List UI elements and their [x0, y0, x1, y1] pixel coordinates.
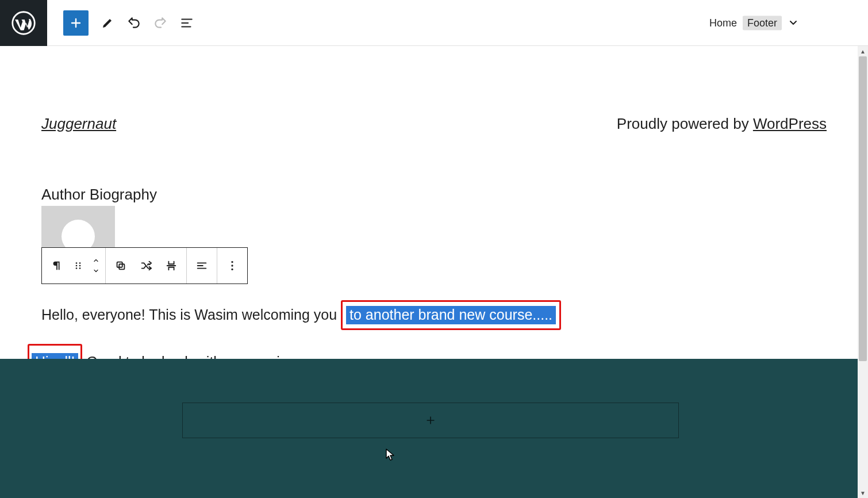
plus-icon — [69, 16, 83, 30]
bio-paragraph-1[interactable]: Hello, everyone! This is Wasim welcoming… — [41, 300, 827, 330]
site-title-link[interactable]: Juggernaut — [41, 115, 116, 133]
more-options-button[interactable] — [220, 252, 245, 279]
undo-button[interactable] — [126, 16, 141, 30]
shuffle-icon — [140, 259, 152, 272]
block-align-group — [187, 248, 217, 284]
scroll-up-button[interactable]: ▲ — [858, 46, 868, 56]
move-up-button[interactable] — [91, 255, 101, 266]
block-toolbar — [41, 247, 248, 284]
breadcrumb-home[interactable]: Home — [709, 17, 737, 29]
edit-tool-button[interactable] — [100, 16, 115, 30]
duplicate-button[interactable] — [108, 252, 133, 279]
svg-point-11 — [231, 269, 233, 270]
powered-prefix: Proudly powered by — [617, 115, 753, 132]
pencil-icon — [101, 16, 114, 30]
svg-point-10 — [231, 265, 233, 266]
add-block-placeholder[interactable] — [182, 403, 679, 438]
author-avatar[interactable] — [41, 206, 115, 247]
wp-logo-button[interactable] — [0, 0, 47, 46]
breadcrumb-current-badge[interactable]: Footer — [743, 16, 782, 30]
paragraph-text: Hello, everyone! This is Wasim welcoming… — [41, 307, 341, 323]
scroll-down-button[interactable]: ▼ — [858, 488, 868, 498]
undo-icon — [126, 16, 141, 30]
block-type-button[interactable] — [44, 252, 70, 279]
list-icon — [179, 16, 194, 30]
redo-icon — [153, 16, 168, 30]
vertical-scrollbar[interactable]: ▲ ▼ — [858, 46, 868, 498]
align-left-icon — [195, 259, 208, 272]
chevron-up-icon — [91, 257, 101, 264]
chevron-down-icon[interactable] — [788, 17, 799, 29]
plus-icon — [425, 415, 436, 426]
svg-point-1 — [76, 262, 78, 264]
svg-point-4 — [79, 265, 81, 267]
move-down-button[interactable] — [91, 266, 101, 276]
shuffle-button[interactable] — [133, 252, 159, 279]
toolbar-left-group — [63, 10, 194, 36]
dark-footer-area[interactable] — [0, 359, 861, 498]
svg-point-3 — [76, 265, 78, 267]
wordpress-link[interactable]: WordPress — [753, 115, 827, 132]
avatar-placeholder-icon — [62, 220, 95, 247]
align-button[interactable] — [189, 252, 214, 279]
editor-top-bar: Home Footer — [0, 0, 868, 46]
svg-point-6 — [79, 267, 81, 269]
separator-button[interactable] — [159, 252, 184, 279]
svg-point-9 — [231, 261, 233, 263]
add-block-button[interactable] — [63, 10, 89, 36]
paragraph-icon — [51, 259, 63, 272]
drag-icon — [73, 261, 83, 271]
copy-icon — [114, 259, 127, 272]
wordpress-logo-icon — [11, 11, 36, 35]
document-outline-button[interactable] — [179, 16, 194, 30]
site-footer-row: Juggernaut Proudly powered by WordPress — [0, 46, 868, 133]
scroll-track[interactable] — [858, 56, 868, 488]
move-controls — [87, 255, 105, 276]
editor-canvas: Juggernaut Proudly powered by WordPress … — [0, 46, 868, 379]
drag-handle[interactable] — [70, 252, 87, 279]
scroll-thumb[interactable] — [859, 56, 867, 361]
block-more-group — [217, 248, 247, 284]
svg-point-5 — [76, 267, 78, 269]
separator-icon — [165, 259, 178, 272]
chevron-down-icon — [91, 267, 101, 274]
block-type-group — [42, 248, 106, 284]
svg-point-2 — [79, 262, 81, 264]
more-vertical-icon — [226, 259, 239, 272]
block-transform-group — [106, 248, 187, 284]
breadcrumb[interactable]: Home Footer — [709, 16, 799, 30]
redo-button[interactable] — [153, 16, 168, 30]
selected-text-1[interactable]: to another brand new course..... — [346, 306, 556, 324]
powered-by-text: Proudly powered by WordPress — [617, 115, 827, 133]
author-bio-heading[interactable]: Author Biography — [41, 186, 827, 204]
highlight-annotation-1: to another brand new course..... — [341, 300, 561, 330]
author-bio-section: Author Biography — [0, 186, 868, 379]
